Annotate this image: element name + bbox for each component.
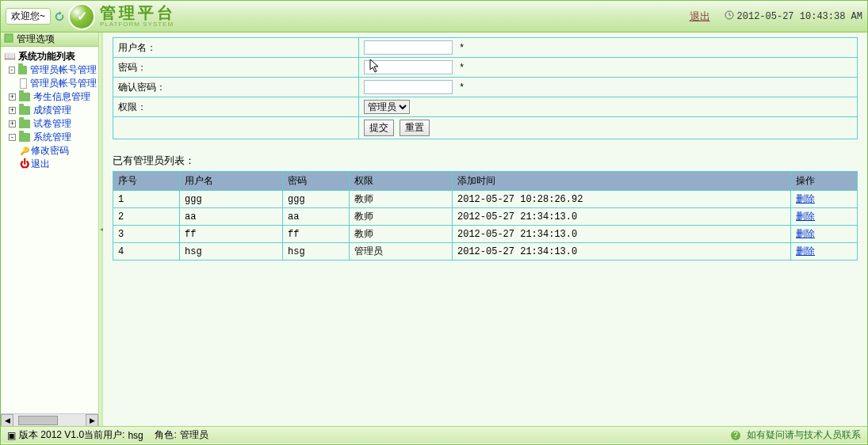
book-icon: 📖 — [4, 51, 16, 62]
key-icon — [20, 144, 29, 158]
app-header: 欢迎您~ 管理平台 PLATFORM SYSTEM 退出 2012-05-27 … — [1, 1, 867, 32]
required-mark: * — [460, 42, 464, 53]
scroll-left-icon[interactable]: ◀ — [1, 414, 13, 426]
svg-rect-1 — [5, 34, 13, 42]
folder-icon — [19, 93, 30, 101]
label-username: 用户名： — [113, 38, 359, 58]
sidebar-item-change-password[interactable]: 修改密码 — [2, 144, 97, 158]
admin-list-title: 已有管理员列表： — [113, 154, 858, 168]
admin-form: 用户名： * 密码： * 确认密码： * — [113, 37, 858, 139]
table-row: 2aaaa教师2012-05-27 21:34:13.0删除 — [113, 208, 858, 226]
expand-icon[interactable]: + — [9, 93, 16, 101]
main-content: 用户名： * 密码： * 确认密码： * — [103, 32, 867, 426]
sidebar: 管理选项 📖 系统功能列表 - 管理员帐号管理 管理员帐号管理 + — [1, 32, 99, 426]
sidebar-header: 管理选项 — [1, 32, 98, 47]
admin-list-table: 序号 用户名 密码 权限 添加时间 操作 1gggggg教师2012-05-27… — [113, 171, 858, 261]
sidebar-item-exam-mgmt[interactable]: + 试卷管理 — [2, 117, 97, 131]
delete-link[interactable]: 删除 — [796, 245, 815, 257]
refresh-icon[interactable] — [54, 11, 65, 22]
welcome-badge: 欢迎您~ — [6, 8, 51, 25]
table-row: 1gggggg教师2012-05-27 10:28:26.92删除 — [113, 191, 858, 208]
brand-block: 管理平台 PLATFORM SYSTEM — [100, 5, 176, 28]
label-role: 权限： — [113, 97, 359, 117]
delete-link[interactable]: 删除 — [796, 228, 815, 239]
expand-icon[interactable]: + — [9, 107, 16, 114]
sidebar-item-examinee-info[interactable]: + 考生信息管理 — [2, 90, 97, 104]
options-icon — [4, 33, 13, 45]
required-mark: * — [460, 62, 464, 73]
col-user: 用户名 — [180, 172, 283, 191]
label-confirm-password: 确认密码： — [113, 78, 359, 97]
sidebar-hscrollbar[interactable]: ◀ ▶ — [1, 413, 98, 426]
logout-link[interactable]: 退出 — [690, 10, 710, 24]
sidebar-item-score-mgmt[interactable]: + 成绩管理 — [2, 104, 97, 117]
col-action: 操作 — [791, 172, 858, 191]
sidebar-item-admin-accounts[interactable]: - 管理员帐号管理 — [2, 63, 97, 77]
status-bar: ▣ 版本 2012 V1.0 当前用户:hsg 角色:管理员 ? 如有疑问请与技… — [1, 426, 867, 443]
help-icon: ? — [731, 431, 740, 440]
sidebar-item-system-mgmt[interactable]: - 系统管理 — [2, 131, 97, 144]
collapse-icon[interactable]: - — [9, 134, 16, 141]
reset-button[interactable]: 重置 — [400, 120, 430, 136]
col-role: 权限 — [350, 172, 453, 191]
scroll-thumb[interactable] — [18, 416, 58, 425]
nav-tree-title: 📖 系统功能列表 — [2, 50, 97, 63]
col-pwd: 密码 — [283, 172, 350, 191]
footer-version: ▣ 版本 2012 V1.0 — [7, 428, 84, 442]
version-icon: ▣ — [7, 430, 16, 441]
nav-tree: 📖 系统功能列表 - 管理员帐号管理 管理员帐号管理 + 考生信息管理 — [1, 47, 98, 413]
delete-link[interactable]: 删除 — [796, 211, 815, 222]
folder-icon — [19, 106, 30, 115]
exit-icon: ⏻ — [20, 158, 29, 171]
folder-icon — [19, 120, 30, 128]
password-input[interactable] — [364, 60, 453, 74]
expand-icon[interactable]: + — [9, 120, 16, 127]
footer-current-user: 当前用户:hsg 角色:管理员 — [84, 428, 731, 442]
username-input[interactable] — [364, 40, 453, 55]
required-mark: * — [460, 82, 464, 93]
brand-subtitle: PLATFORM SYSTEM — [100, 21, 176, 28]
table-header-row: 序号 用户名 密码 权限 添加时间 操作 — [113, 172, 858, 191]
table-row: 4hsghsg管理员2012-05-27 21:34:13.0删除 — [113, 243, 858, 261]
datetime-display: 2012-05-27 10:43:38 AM — [725, 10, 862, 23]
scroll-right-icon[interactable]: ▶ — [86, 414, 98, 426]
col-seq: 序号 — [113, 172, 180, 191]
submit-button[interactable]: 提交 — [364, 120, 394, 136]
clock-icon — [725, 10, 734, 23]
confirm-password-input[interactable] — [364, 80, 453, 94]
sidebar-header-title: 管理选项 — [17, 32, 55, 46]
brand-logo-icon — [68, 3, 95, 30]
folder-icon — [18, 66, 27, 74]
footer-help[interactable]: ? 如有疑问请与技术人员联系 — [731, 428, 861, 442]
delete-link[interactable]: 删除 — [796, 193, 815, 204]
sidebar-item-exit[interactable]: ⏻ 退出 — [2, 158, 97, 171]
sidebar-item-admin-accounts-sub[interactable]: 管理员帐号管理 — [2, 77, 97, 90]
page-icon — [20, 78, 27, 89]
label-password: 密码： — [113, 58, 359, 78]
role-select[interactable]: 管理员 — [364, 100, 410, 114]
col-time: 添加时间 — [453, 172, 791, 191]
brand-title: 管理平台 — [100, 5, 176, 21]
table-row: 3ffff教师2012-05-27 21:34:13.0删除 — [113, 226, 858, 243]
collapse-icon[interactable]: - — [9, 67, 15, 74]
folder-icon — [19, 133, 30, 142]
